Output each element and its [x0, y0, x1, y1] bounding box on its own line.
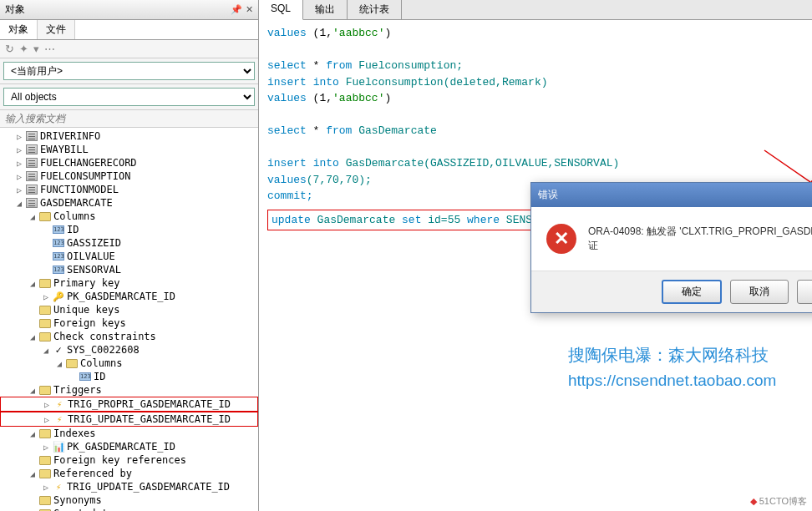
user-dropdown[interactable]: <当前用户> [3, 62, 255, 80]
filter-icon[interactable]: ▾ [33, 43, 39, 55]
sql-tabs: SQL 输出 统计表 [259, 0, 812, 20]
object-tree[interactable]: ▷DRIVERINFO▷EWAYBILL▷FUELCHANGERECORD▷FU… [0, 128, 258, 511]
ok-button[interactable]: 确定 [662, 280, 722, 304]
watermark: 搜陶保电瀑：森大网络科技 https://cnsendnet.taobao.co… [568, 344, 776, 390]
panel-toolbar: ↻ ✦ ▾ ⋯ [0, 40, 258, 58]
editor-panel: SQL 输出 统计表 values (1,'aabbcc') select * … [259, 0, 812, 511]
error-icon: ✕ [546, 224, 576, 254]
close-panel-icon[interactable]: ✕ [246, 4, 253, 15]
dialog-message: ORA-04098: 触发器 'CLXT.TRIG_PROPRI_GASDEMA… [588, 225, 812, 253]
tree-node-trig-update-gasdemarcate-id[interactable]: ▷⚡TRIG_UPDATE_GASDEMARCATE_ID [0, 480, 258, 493]
panel-tabs: 对象 文件 [0, 20, 258, 40]
tree-node-sys-c0022608[interactable]: ◢✓SYS_C0022608 [0, 343, 258, 357]
tree-node-ewaybill[interactable]: ▷EWAYBILL [0, 143, 258, 156]
tree-node-synonyms[interactable]: Synonyms [0, 493, 258, 507]
more-icon[interactable]: ⋯ [44, 43, 55, 55]
pin-icon[interactable]: 📌 [231, 4, 242, 15]
object-browser-panel: 对象 📌 ✕ 对象 文件 ↻ ✦ ▾ ⋯ <当前用户> All objects … [0, 0, 259, 511]
cancel-button[interactable]: 取消 [730, 280, 789, 304]
tab-sql[interactable]: SQL [259, 0, 303, 20]
tree-node-foreign-key-references[interactable]: Foreign key references [0, 453, 258, 467]
tree-node-trig-update-gasdemarcate-id[interactable]: ▷⚡TRIG_UPDATE_GASDEMARCATE_ID [0, 412, 258, 427]
tree-node-granted-to-users[interactable]: Granted to users [0, 507, 258, 511]
tree-node-gassizeid[interactable]: 123GASSIZEID [0, 236, 258, 250]
tab-objects[interactable]: 对象 [0, 20, 38, 39]
tab-output[interactable]: 输出 [303, 0, 348, 19]
search-input[interactable] [5, 113, 253, 124]
tree-node-referenced-by[interactable]: ◢Referenced by [0, 467, 258, 480]
tree-node-indexes[interactable]: ◢Indexes [0, 427, 258, 440]
tree-node-check-constraints[interactable]: ◢Check constraints [0, 330, 258, 343]
tree-node-trig-propri-gasdemarcate-id[interactable]: ▷⚡TRIG_PROPRI_GASDEMARCATE_ID [0, 397, 258, 412]
tree-node-pk-gasdemarcate-id[interactable]: ▷📊PK_GASDEMARCATE_ID [0, 440, 258, 453]
tree-node-pk-gasdemarcate-id[interactable]: ▷🔑PK_GASDEMARCATE_ID [0, 290, 258, 303]
tree-node-oilvalue[interactable]: 123OILVALUE [0, 250, 258, 263]
tab-files[interactable]: 文件 [38, 20, 75, 39]
refresh-icon[interactable]: ↻ [5, 43, 14, 55]
new-icon[interactable]: ✦ [19, 43, 28, 55]
tree-node-fuelchangerecord[interactable]: ▷FUELCHANGERECORD [0, 156, 258, 169]
dialog-title: 错误 [538, 188, 558, 202]
panel-titlebar: 对象 📌 ✕ [0, 0, 258, 20]
tree-node-id[interactable]: 123ID [0, 223, 258, 236]
tree-node-fuelconsumption[interactable]: ▷FUELCONSUMPTION [0, 169, 258, 183]
tree-node-functionmodel[interactable]: ▷FUNCTIONMODEL [0, 183, 258, 196]
tree-node-sensorval[interactable]: 123SENSORVAL [0, 263, 258, 276]
error-dialog: 错误 ✕ ✕ ORA-04098: 触发器 'CLXT.TRIG_PROPRI_… [530, 182, 812, 313]
objects-dropdown[interactable]: All objects [3, 88, 255, 106]
tree-node-columns[interactable]: ◢Columns [0, 357, 258, 370]
blog-watermark: ◆ 51CTO博客 [750, 495, 807, 508]
tab-stats[interactable]: 统计表 [348, 0, 402, 19]
help-button[interactable]: 帮助(H) [797, 280, 812, 304]
tree-node-foreign-keys[interactable]: Foreign keys [0, 316, 258, 330]
tree-node-columns[interactable]: ◢Columns [0, 210, 258, 223]
tree-node-triggers[interactable]: ◢Triggers [0, 383, 258, 397]
watermark-link[interactable]: https://cnsendnet.taobao.com [568, 372, 776, 390]
tree-node-gasdemarcate[interactable]: ◢GASDEMARCATE [0, 196, 258, 210]
tree-node-unique-keys[interactable]: Unique keys [0, 303, 258, 316]
panel-title-text: 对象 [5, 3, 25, 17]
tree-node-driverinfo[interactable]: ▷DRIVERINFO [0, 129, 258, 143]
tree-node-primary-key[interactable]: ◢Primary key [0, 276, 258, 290]
dialog-titlebar[interactable]: 错误 ✕ [531, 183, 812, 207]
tree-node-id[interactable]: 123ID [0, 370, 258, 383]
